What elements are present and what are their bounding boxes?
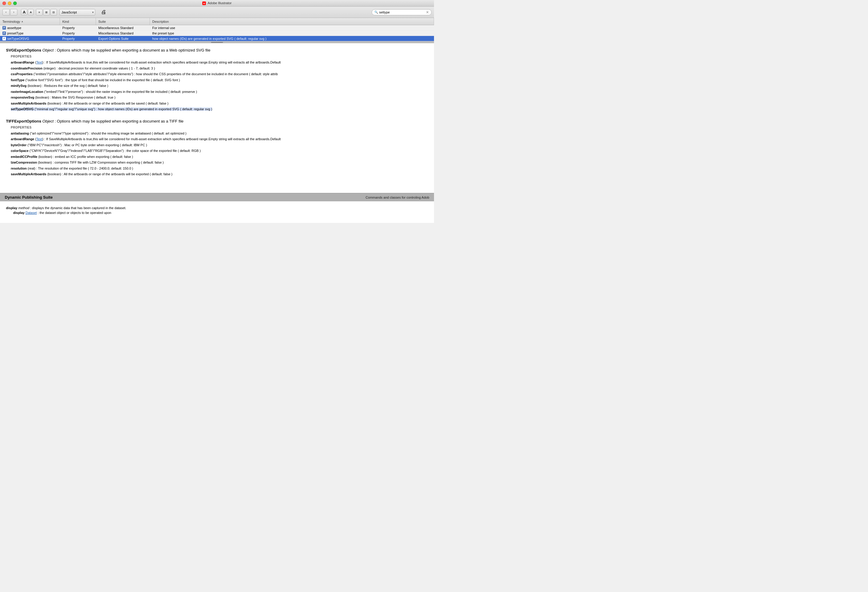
kind-header[interactable]: Kind bbox=[60, 18, 96, 25]
property-line: resolution (real) : The resolution of th… bbox=[11, 166, 428, 171]
extra-content: display method : displays the dynamic da… bbox=[0, 201, 434, 223]
toolbar: ‹ › A A ≡ ⊞ ⊟ JavaScript AppleScript ▼ 🖨… bbox=[0, 7, 434, 18]
row-description: how object names (IDs) are generated in … bbox=[150, 36, 434, 41]
window-controls bbox=[2, 1, 17, 5]
property-desc: : If SaveMultipleArtboards is true,this … bbox=[43, 60, 281, 64]
search-bar: 🔍 ✕ bbox=[372, 9, 432, 15]
method-desc: : displays the dynamic data that has bee… bbox=[30, 206, 126, 210]
row-name: Passettype bbox=[0, 25, 60, 30]
property-desc: ("embed"/"link"/"preserve") : should the… bbox=[43, 90, 197, 93]
table-row[interactable]: PpresetTypePropertyMiscellaneous Standar… bbox=[0, 31, 434, 36]
language-select-wrapper: JavaScript AppleScript ▼ bbox=[59, 9, 95, 16]
property-desc: (boolean) : Makes the SVG Responsive ( d… bbox=[34, 96, 115, 99]
svg-properties-label: PROPERTIES bbox=[11, 55, 428, 58]
view-grid-button[interactable]: ⊞ bbox=[43, 9, 50, 16]
row-kind: Property bbox=[60, 36, 96, 41]
minimize-button[interactable] bbox=[8, 1, 11, 5]
property-name: coordinatePrecision bbox=[11, 66, 43, 70]
font-decrease-button[interactable]: A bbox=[28, 9, 34, 15]
back-button[interactable]: ‹ bbox=[2, 9, 10, 16]
font-increase-button[interactable]: A bbox=[21, 9, 27, 15]
print-button[interactable]: 🖨 bbox=[99, 7, 108, 17]
svg-class-name: SVGExportOptions bbox=[6, 48, 41, 52]
method-type: method bbox=[18, 206, 30, 210]
row-kind: Property bbox=[60, 31, 96, 36]
view-buttons: ≡ ⊞ ⊟ bbox=[36, 9, 57, 16]
property-desc: (integer) : decimal precision for elemen… bbox=[43, 66, 155, 70]
property-line: rasterImageLocation ("embed"/"link"/"pre… bbox=[11, 89, 428, 94]
tiff-section-title: TIFFExportOptions Object : Options which… bbox=[6, 119, 428, 124]
view-list-button[interactable]: ≡ bbox=[36, 9, 43, 16]
property-name: embedICCProfile bbox=[11, 155, 37, 159]
svg-obj-type: Object bbox=[42, 48, 54, 52]
param-line: display Dataset : the dataset object or … bbox=[13, 211, 428, 215]
table-row[interactable]: PassettypePropertyMiscellaneous Standard… bbox=[0, 25, 434, 31]
property-desc: ("CMYK"/"DeviceN"/"Gray"/"Indexed"/"LAB"… bbox=[28, 149, 201, 153]
terminology-header[interactable]: Terminology ▲ bbox=[0, 18, 60, 25]
property-desc: ("art optimized"/"none"/"type optimized"… bbox=[29, 131, 186, 135]
display-method: display method : displays the dynamic da… bbox=[6, 206, 428, 215]
row-name: PsetTypeOfSVG bbox=[0, 36, 60, 41]
printer-icon: 🖨 bbox=[101, 9, 106, 15]
property-name: minifySvg bbox=[11, 84, 27, 87]
table-row[interactable]: PsetTypeOfSVGPropertyExport Options Suit… bbox=[0, 36, 434, 41]
suite-header[interactable]: Suite bbox=[96, 18, 150, 25]
property-name: fontType bbox=[11, 78, 25, 82]
row-suite: Miscellaneous Standard bbox=[96, 25, 150, 30]
view-split-button[interactable]: ⊟ bbox=[50, 9, 57, 16]
param-name: display bbox=[13, 211, 25, 215]
property-line: fontType ("outline font"/"SVG font") : t… bbox=[11, 78, 428, 83]
tiff-class-name: TIFFExportOptions bbox=[6, 119, 41, 124]
property-desc: ("minimal svg"/"regular svg"/"unique svg… bbox=[34, 107, 212, 111]
tiff-properties-list: antialiasing ("art optimized"/"none"/"ty… bbox=[6, 131, 428, 177]
search-clear-button[interactable]: ✕ bbox=[426, 10, 429, 15]
column-headers: Terminology ▲ Kind Suite Description bbox=[0, 18, 434, 25]
method-name: display bbox=[6, 206, 18, 210]
property-link[interactable]: Text bbox=[36, 60, 42, 64]
property-line: minifySvg (boolean) : Reduces the size o… bbox=[11, 83, 428, 88]
property-line: lzwCompression (boolean) : compress TIFF… bbox=[11, 160, 428, 165]
property-line: saveMultipleArtboards (boolean) : All th… bbox=[11, 172, 428, 177]
suite-title: Dynamic Publishing Suite bbox=[5, 195, 53, 200]
property-name: artboardRange bbox=[11, 60, 34, 64]
property-desc: (boolean) : embed an ICC profile when ex… bbox=[37, 155, 133, 159]
svg-text:Ai: Ai bbox=[203, 2, 205, 4]
property-line: setTypeOfSVG ("minimal svg"/"regular svg… bbox=[11, 107, 428, 112]
table-body: PassettypePropertyMiscellaneous Standard… bbox=[0, 25, 434, 41]
row-suite: Export Options Suite bbox=[96, 36, 150, 41]
svg-section: SVGExportOptions Object : Options which … bbox=[6, 48, 428, 112]
close-button[interactable] bbox=[2, 1, 6, 5]
property-name: rasterImageLocation bbox=[11, 90, 43, 93]
row-description: For internal use bbox=[150, 25, 434, 30]
maximize-button[interactable] bbox=[13, 1, 17, 5]
svg-description: : Options which may be supplied when exp… bbox=[55, 48, 210, 52]
search-input[interactable] bbox=[379, 10, 425, 14]
tiff-description: : Options which may be supplied when exp… bbox=[55, 119, 184, 124]
font-size-controls: A A bbox=[21, 9, 34, 15]
property-name: artboardRange bbox=[11, 137, 34, 141]
row-type-icon: P bbox=[2, 26, 6, 29]
property-line: cssProperties ("entities"/"presentation … bbox=[11, 72, 428, 77]
window-title: Ai Adobe Illustrator bbox=[202, 1, 232, 5]
title-bar: Ai Adobe Illustrator bbox=[0, 0, 434, 7]
param-link[interactable]: Dataset bbox=[25, 211, 37, 215]
property-name: setTypeOfSVG bbox=[11, 107, 34, 111]
forward-button[interactable]: › bbox=[10, 9, 18, 16]
property-line: antialiasing ("art optimized"/"none"/"ty… bbox=[11, 131, 428, 136]
property-line: responsiveSvg (boolean) : Makes the SVG … bbox=[11, 95, 428, 100]
tiff-properties-label: PROPERTIES bbox=[11, 126, 428, 129]
language-select[interactable]: JavaScript AppleScript bbox=[59, 9, 95, 16]
property-link[interactable]: Text bbox=[36, 137, 42, 141]
divider-handle-icon bbox=[211, 42, 223, 43]
property-desc: ("IBM PC"/"macintosh") : Mac or PC byte … bbox=[27, 143, 147, 147]
content-panel: SVGExportOptions Object : Options which … bbox=[0, 43, 434, 193]
row-kind: Property bbox=[60, 25, 96, 30]
row-suite: Miscellaneous Standard bbox=[96, 31, 150, 36]
property-line: saveMultipleArtboards (boolean) : All th… bbox=[11, 101, 428, 106]
property-name: lzwCompression bbox=[11, 161, 37, 164]
row-type-icon: P bbox=[2, 31, 6, 35]
description-header[interactable]: Description bbox=[150, 18, 434, 25]
property-line: byteOrder ("IBM PC"/"macintosh") : Mac o… bbox=[11, 143, 428, 148]
property-desc: (boolean) : Reduces the size of the svg … bbox=[27, 84, 108, 87]
property-line: artboardRange (Text) : If SaveMultipleAr… bbox=[11, 137, 428, 142]
